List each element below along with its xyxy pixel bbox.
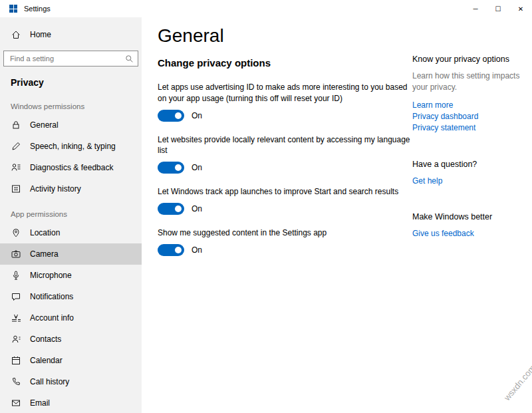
toggle-knob xyxy=(175,112,182,119)
toggle-knob xyxy=(175,206,182,212)
toggle-state-label: On xyxy=(192,163,202,172)
sidebar-item-home[interactable]: Home xyxy=(0,24,142,45)
sidebar-item-label: Calendar xyxy=(30,356,63,365)
sidebar-category-title: Privacy xyxy=(0,73,142,92)
sidebar-item-email[interactable]: Email xyxy=(0,392,142,413)
close-button[interactable]: ✕ xyxy=(509,0,532,17)
setting-description: Show me suggested content in the Setting… xyxy=(158,227,412,239)
main-content: General Change privacy options Let apps … xyxy=(142,17,532,413)
privacy-statement-link[interactable]: Privacy statement xyxy=(412,122,529,134)
sidebar-item-label: Notifications xyxy=(30,292,73,301)
microphone-icon xyxy=(11,270,21,281)
window-controls: ─ ☐ ✕ xyxy=(464,0,532,17)
setting-suggested-content: Show me suggested content in the Setting… xyxy=(158,227,412,256)
help-sidebar: Know your privacy options Learn how this… xyxy=(412,55,529,265)
sidebar-item-camera[interactable]: Camera xyxy=(0,243,142,265)
track-app-launches-toggle[interactable] xyxy=(158,203,184,215)
give-us-feedback-link[interactable]: Give us feedback xyxy=(412,228,529,239)
setting-description: Let apps use advertising ID to make ads … xyxy=(158,82,412,104)
sidebar-item-general[interactable]: General xyxy=(0,114,142,136)
learn-more-link[interactable]: Learn more xyxy=(412,100,529,111)
sidebar-item-label: Contacts xyxy=(30,335,61,344)
minimize-button[interactable]: ─ xyxy=(464,0,487,17)
sidebar-item-label: Speech, inking, & typing xyxy=(30,142,116,151)
sidebar-item-label: Email xyxy=(30,398,50,408)
lock-icon xyxy=(11,120,21,130)
sidebar-item-label: Home xyxy=(30,30,51,39)
diagnostics-icon xyxy=(11,162,21,173)
privacy-dashboard-link[interactable]: Privacy dashboard xyxy=(412,111,529,122)
location-icon xyxy=(11,227,21,238)
sidebar-item-label: Camera xyxy=(30,249,59,259)
calendar-icon xyxy=(11,355,21,366)
suggested-content-toggle[interactable] xyxy=(158,244,184,256)
windows-logo-icon xyxy=(9,5,17,13)
aside-section-title: Make Windows better xyxy=(412,212,529,221)
sidebar-item-location[interactable]: Location xyxy=(0,222,142,243)
locally-relevant-content-toggle[interactable] xyxy=(158,162,184,174)
notifications-icon xyxy=(11,291,21,302)
search-box[interactable] xyxy=(3,51,138,67)
setting-description: Let Windows track app launches to improv… xyxy=(158,186,412,198)
account-info-icon xyxy=(11,313,21,323)
sidebar-item-account-info[interactable]: Account info xyxy=(0,307,142,329)
have-a-question-section: Have a question? Get help xyxy=(412,160,529,187)
home-icon xyxy=(11,29,21,40)
sidebar-item-label: Call history xyxy=(30,377,69,386)
get-help-link[interactable]: Get help xyxy=(412,176,529,187)
search-icon[interactable] xyxy=(125,55,134,63)
sidebar-item-call-history[interactable]: Call history xyxy=(0,371,142,392)
sidebar-item-label: General xyxy=(30,120,59,130)
aside-section-title: Know your privacy options xyxy=(412,55,529,64)
setting-locally-relevant-content: Let websites provide locally relevant co… xyxy=(158,134,412,174)
title-bar: Settings ─ ☐ ✕ xyxy=(0,0,532,17)
sidebar-item-diagnostics-feedback[interactable]: Diagnostics & feedback xyxy=(0,157,142,178)
page-title: General xyxy=(158,25,532,47)
setting-track-app-launches: Let Windows track app launches to improv… xyxy=(158,186,412,215)
sidebar-group-label: App permissions xyxy=(0,200,142,222)
sidebar-item-activity-history[interactable]: Activity history xyxy=(0,178,142,200)
toggle-state-label: On xyxy=(192,204,202,213)
toggle-state-label: On xyxy=(192,111,202,120)
toggle-state-label: On xyxy=(192,245,202,255)
speech-inking-icon xyxy=(11,141,21,152)
sidebar-item-calendar[interactable]: Calendar xyxy=(0,350,142,371)
sidebar-item-label: Location xyxy=(30,228,60,237)
sidebar-item-label: Account info xyxy=(30,313,74,323)
toggle-knob xyxy=(175,164,182,171)
sidebar-item-label: Diagnostics & feedback xyxy=(30,163,113,172)
call-history-icon xyxy=(11,376,21,387)
aside-section-description: Learn how this setting impacts your priv… xyxy=(412,70,529,93)
advertising-id-toggle[interactable] xyxy=(158,110,184,122)
email-icon xyxy=(11,398,21,408)
sidebar-item-contacts[interactable]: Contacts xyxy=(0,329,142,350)
sidebar-item-speech-inking-typing[interactable]: Speech, inking, & typing xyxy=(0,136,142,157)
settings-sidebar: Home Privacy Windows permissions General… xyxy=(0,17,142,413)
toggle-knob xyxy=(175,247,182,253)
window-title: Settings xyxy=(24,5,51,13)
search-input[interactable] xyxy=(10,55,125,63)
setting-advertising-id: Let apps use advertising ID to make ads … xyxy=(158,82,412,122)
activity-history-icon xyxy=(11,184,21,194)
make-windows-better-section: Make Windows better Give us feedback xyxy=(412,212,529,239)
sidebar-group-label: Windows permissions xyxy=(0,92,142,114)
know-your-privacy-options-section: Know your privacy options Learn how this… xyxy=(412,55,529,134)
sidebar-item-notifications[interactable]: Notifications xyxy=(0,286,142,307)
contacts-icon xyxy=(11,334,21,344)
sidebar-item-microphone[interactable]: Microphone xyxy=(0,265,142,286)
maximize-button[interactable]: ☐ xyxy=(487,0,509,17)
sidebar-item-label: Activity history xyxy=(30,184,81,194)
sidebar-item-label: Microphone xyxy=(30,271,72,280)
setting-description: Let websites provide locally relevant co… xyxy=(158,134,412,157)
camera-icon xyxy=(11,249,21,259)
aside-section-title: Have a question? xyxy=(412,160,529,169)
